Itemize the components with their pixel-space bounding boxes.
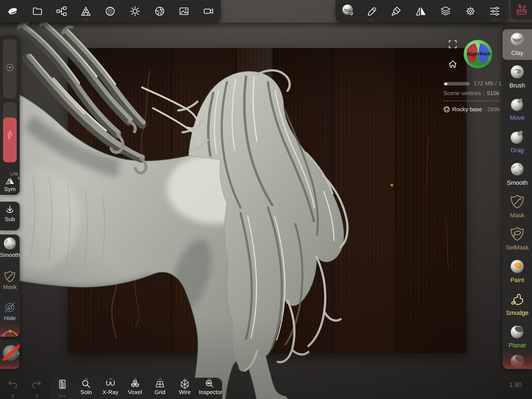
object-row[interactable]: Rocky base · 299k — [443, 106, 500, 114]
toolbox-icon[interactable] — [515, 3, 528, 16]
app-logo-icon[interactable] — [6, 5, 19, 18]
object-vertex-count: 299k — [487, 106, 500, 112]
hide-quick-button[interactable]: Hide — [0, 301, 20, 321]
gizmo-partial-icon[interactable] — [0, 325, 20, 337]
history-log-icon — [57, 379, 67, 389]
layers-icon[interactable] — [439, 5, 452, 18]
paint-sphere-icon — [510, 259, 525, 274]
wire-button[interactable]: Wire — [174, 378, 195, 399]
inspector-button[interactable]: Inspector — [199, 378, 220, 399]
solo-button[interactable]: Solo — [75, 378, 97, 399]
planar-sphere-icon — [510, 324, 525, 339]
tool-brush[interactable]: Brush — [502, 62, 532, 92]
mask-quick-button[interactable]: Mask — [0, 271, 20, 290]
nav-back-label[interactable]: Back — [480, 51, 491, 57]
material-scroll-glow — [0, 360, 20, 369]
tool-smudge[interactable]: Smudge — [502, 289, 532, 320]
nomad-sculpt-app: ... ... — [0, 0, 532, 399]
camera-video-icon[interactable] — [202, 5, 215, 18]
move-sphere-icon — [510, 97, 525, 112]
mask-shield-icon — [510, 194, 525, 209]
topology-icon[interactable] — [104, 5, 117, 18]
post-process-aperture-icon[interactable] — [153, 5, 166, 18]
voxel-cubes-icon — [130, 379, 140, 389]
hide-dotted-icon — [4, 301, 16, 314]
tool-selmask[interactable]: SelMask — [502, 224, 532, 254]
no-material-sphere-icon[interactable] — [2, 344, 20, 362]
tool-planar[interactable]: Planar — [502, 322, 532, 352]
mirror-badge: L/W — [10, 172, 18, 177]
material-sphere-icon[interactable] — [341, 4, 355, 17]
intensity-lightning-icon — [6, 130, 13, 140]
left-tool-panel: Smooth Mask Hide — [0, 234, 20, 337]
grid-plane-icon — [155, 379, 165, 389]
object-separator: · — [484, 106, 486, 112]
stylus-pencil-icon[interactable]: ... — [365, 5, 378, 18]
radius-slider[interactable] — [3, 39, 17, 98]
tool-paint[interactable]: Paint — [502, 256, 532, 287]
solo-magnifier-icon — [81, 379, 91, 389]
undo-count: 0 — [6, 393, 19, 399]
object-name[interactable]: Rocky base — [452, 106, 482, 112]
adjust-sliders-icon[interactable]: ... — [488, 5, 501, 18]
bottom-toolbar: ... Solo X-Ray Voxel Grid Wire — [51, 378, 222, 399]
clay-sphere-icon — [510, 32, 525, 47]
top-toolbar-right: ... ... — [335, 0, 508, 22]
history-log-button[interactable]: ... — [52, 378, 73, 399]
tool-smooth[interactable]: Smooth — [502, 159, 532, 190]
navigation-sphere[interactable]: Right Back — [463, 40, 492, 69]
scene-graph-icon[interactable] — [55, 5, 68, 18]
brush-sphere-icon — [510, 64, 525, 79]
smooth-rock-icon — [510, 162, 525, 177]
redo-count: 0 — [30, 393, 43, 399]
scene-vertices: Scene vertices：515k — [443, 89, 499, 97]
drag-sphere-icon — [510, 129, 525, 144]
left-material-panel — [0, 340, 20, 369]
memory-bar — [443, 82, 470, 86]
brush-cursor-dot — [391, 184, 393, 186]
toolbox-corner-panel — [511, 0, 532, 20]
nav-right-label[interactable]: Right — [467, 51, 479, 57]
stats-separator — [443, 101, 498, 101]
settings-gear-icon[interactable] — [464, 5, 477, 18]
lighting-sun-icon[interactable] — [128, 5, 142, 18]
scene-vertices-label: Scene vertices： — [443, 90, 487, 96]
zoom-level: 1.90 — [509, 381, 531, 389]
voxel-button[interactable]: Voxel — [124, 378, 146, 399]
tool-clay[interactable]: Clay — [502, 29, 532, 60]
intensity-slider[interactable] — [3, 102, 17, 162]
redo-button[interactable] — [30, 379, 43, 390]
grid-button[interactable]: Grid — [149, 378, 171, 399]
undo-icon — [7, 379, 18, 389]
stylus-more-dots: ... — [365, 17, 378, 20]
top-toolbar-left: ... — [0, 0, 221, 22]
paint-brush-icon[interactable] — [390, 5, 403, 18]
tool-mask[interactable]: Mask — [502, 192, 532, 222]
symmetry-icon[interactable] — [414, 5, 427, 18]
intensity-slider-fill — [3, 118, 17, 162]
home-icon[interactable] — [447, 58, 459, 70]
xray-button[interactable]: X-Ray — [100, 378, 121, 399]
background-image-icon[interactable] — [177, 5, 191, 18]
sub-arrow-icon — [5, 205, 15, 215]
wireframe-sphere-icon — [180, 379, 190, 389]
tool-move[interactable]: Move — [502, 94, 532, 125]
tool-drag[interactable]: Drag — [502, 127, 532, 157]
files-folder-icon[interactable] — [31, 5, 44, 18]
xray-glasses-icon — [106, 379, 115, 389]
left-sub-panel: Sub — [0, 202, 20, 230]
icosphere-icon — [443, 106, 450, 114]
primitives-icon[interactable]: ... — [79, 5, 92, 18]
smooth-rock-icon — [3, 236, 17, 251]
redo-icon — [31, 379, 42, 389]
material-expand-arrow[interactable] — [18, 352, 20, 355]
sidebar-scroll-glow — [502, 351, 532, 369]
sub-button[interactable]: Sub — [0, 205, 20, 222]
smooth-quick-button[interactable]: Smooth — [0, 236, 20, 258]
undo-button[interactable] — [6, 379, 19, 390]
memory-bar-fill-dot — [445, 83, 447, 85]
memory-text: 172 MB / 1.5 — [474, 80, 502, 87]
primitives-more-dots: ... — [79, 17, 92, 20]
fullscreen-icon[interactable] — [447, 38, 459, 50]
sym-button[interactable]: Sym — [0, 177, 20, 192]
